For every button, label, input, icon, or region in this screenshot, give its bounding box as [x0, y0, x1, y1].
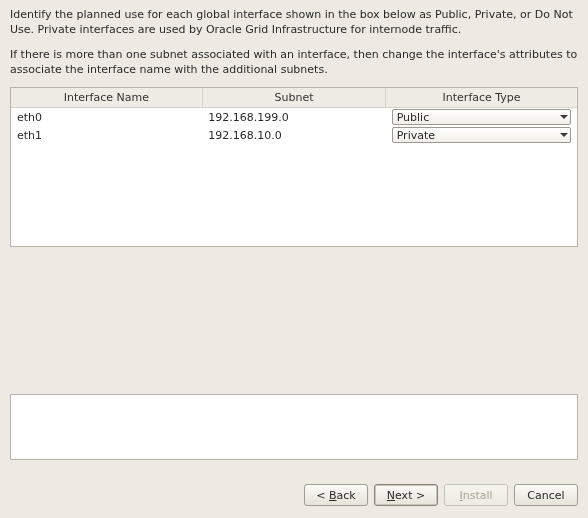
table-row[interactable]: eth0 192.168.199.0 Public [11, 108, 577, 127]
interface-table: Interface Name Subnet Interface Type eth… [11, 88, 577, 144]
header-subnet[interactable]: Subnet [202, 88, 385, 108]
cancel-button-label: Cancel [527, 489, 564, 502]
table-row[interactable]: eth1 192.168.10.0 Private [11, 126, 577, 144]
back-button-label: < Back [316, 489, 355, 502]
chevron-down-icon [560, 115, 568, 119]
back-button[interactable]: < Back [304, 484, 368, 506]
header-interface-type[interactable]: Interface Type [386, 88, 577, 108]
cell-subnet[interactable]: 192.168.199.0 [202, 108, 385, 127]
cell-interface-name[interactable]: eth1 [11, 126, 202, 144]
install-button-label: Install [459, 489, 492, 502]
cancel-button[interactable]: Cancel [514, 484, 578, 506]
interface-type-value: Private [397, 129, 435, 142]
table-header-row: Interface Name Subnet Interface Type [11, 88, 577, 108]
interface-type-dropdown[interactable]: Private [392, 127, 571, 143]
message-panel [10, 394, 578, 460]
interface-table-container: Interface Name Subnet Interface Type eth… [10, 87, 578, 247]
cell-interface-type[interactable]: Public [386, 108, 577, 127]
instruction-text: Identify the planned use for each global… [10, 8, 578, 77]
next-button[interactable]: Next > [374, 484, 438, 506]
install-button: Install [444, 484, 508, 506]
header-interface-name[interactable]: Interface Name [11, 88, 202, 108]
interface-type-value: Public [397, 111, 430, 124]
cell-interface-name[interactable]: eth0 [11, 108, 202, 127]
cell-interface-type[interactable]: Private [386, 126, 577, 144]
instruction-paragraph-2: If there is more than one subnet associa… [10, 48, 578, 78]
chevron-down-icon [560, 133, 568, 137]
interface-type-dropdown[interactable]: Public [392, 109, 571, 125]
next-button-label: Next > [387, 489, 425, 502]
cell-subnet[interactable]: 192.168.10.0 [202, 126, 385, 144]
instruction-paragraph-1: Identify the planned use for each global… [10, 8, 578, 38]
wizard-button-bar: < Back Next > Install Cancel [0, 480, 588, 518]
